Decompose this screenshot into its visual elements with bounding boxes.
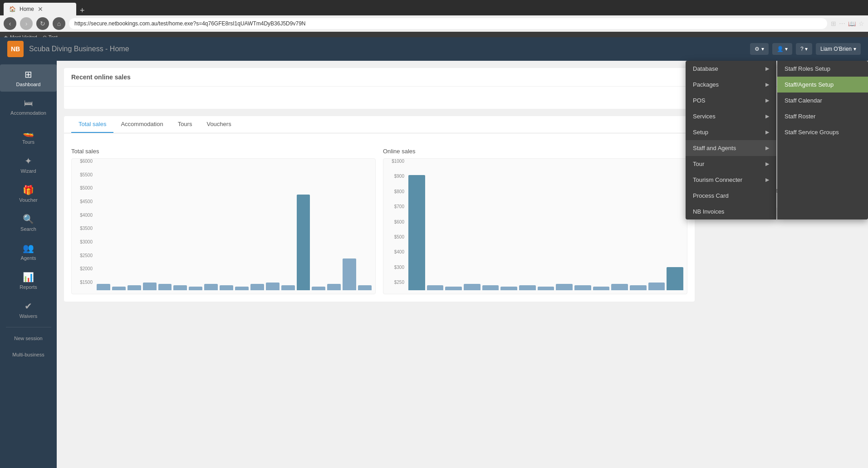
activity-header: Your activity — [702, 68, 861, 87]
main-area: ⊞ Dashboard 🛏 Accommodation 🚤 Tours ✦ Wi… — [0, 61, 868, 468]
browser-actions: ⊞ ⋯ 📖 ☆ — [831, 20, 864, 27]
sidebar-label-agents: Agents — [20, 255, 36, 261]
help-button[interactable]: ? ▾ — [796, 43, 812, 55]
browser-chrome: 🏠 Home ✕ + ‹ › ↻ ⌂ ⊞ ⋯ 📖 ☆ ★ Most Visite… — [0, 0, 868, 37]
sidebar-item-accommodation[interactable]: 🛏 Accommodation — [0, 93, 57, 120]
tab-accommodation[interactable]: Accommodation — [113, 116, 170, 133]
extensions-button[interactable]: ⊞ — [831, 20, 836, 27]
bar-10 — [235, 287, 249, 290]
bar-2 — [112, 287, 126, 290]
user-name: Liam O'Brien — [820, 46, 852, 52]
activity-item-7[interactable]: Tour 4005 — [702, 163, 861, 174]
bar-7 — [189, 287, 202, 290]
voucher-icon: 🎁 — [23, 185, 34, 195]
activity-note: Confirmation emailed to bretth@aucomp.co… — [702, 184, 861, 204]
tab-tours[interactable]: Tours — [171, 116, 200, 133]
sidebar-item-waivers[interactable]: ✔ Waivers — [0, 296, 57, 323]
sidebar-item-voucher[interactable]: 🎁 Voucher — [0, 180, 57, 207]
charts-grid: Total sales $6000 $5500 $5000 $4500 $400… — [71, 148, 687, 294]
activity-list: Tour 4617 Tour 4018 Booking 1229 Booking… — [702, 87, 861, 208]
header-actions: ⚙ ▾ 👤 ▾ ? ▾ Liam O'Brien ▾ — [750, 43, 861, 55]
page-subtitle: - Home — [105, 45, 129, 53]
sidebar-item-agents[interactable]: 👥 Agents — [0, 238, 57, 265]
bar-12 — [266, 283, 280, 290]
activity-card: Your activity Tour 4617 Tour 4018 Bookin… — [702, 68, 861, 208]
total-sales-y-axis: $6000 $5500 $5000 $4500 $4000 $3500 $300… — [72, 159, 94, 285]
home-button[interactable]: ⌂ — [53, 17, 65, 30]
main-content: Recent online sales Total sales Accommod… — [57, 61, 868, 468]
search-icon: 🔍 — [23, 214, 34, 224]
sidebar-item-new-session[interactable]: New session — [0, 331, 57, 346]
tab-close-button[interactable]: ✕ — [38, 5, 43, 13]
sidebar-label-multi-business: Multi-business — [12, 352, 44, 357]
back-button[interactable]: ‹ — [4, 17, 16, 30]
bar-18 — [358, 285, 372, 290]
recent-sales-header: Recent online sales — [64, 68, 695, 87]
sidebar-item-search[interactable]: 🔍 Search — [0, 209, 57, 236]
sidebar-item-dashboard[interactable]: ⊞ Dashboard — [0, 64, 57, 92]
bar-16 — [327, 284, 341, 290]
settings-button[interactable]: ⚙ ▾ — [750, 43, 768, 55]
user-name-button[interactable]: Liam O'Brien ▾ — [816, 43, 861, 55]
recent-sales-content — [64, 87, 695, 101]
tab-total-sales[interactable]: Total sales — [71, 116, 113, 133]
tab-vouchers[interactable]: Vouchers — [199, 116, 238, 133]
user-button[interactable]: 👤 ▾ — [772, 43, 792, 55]
activity-item-8[interactable]: Booking 1050 — [702, 174, 861, 184]
forward-button[interactable]: › — [20, 17, 33, 30]
waivers-icon: ✔ — [25, 301, 32, 312]
online-bar-1 — [408, 175, 425, 290]
sidebar-item-multi-business[interactable]: Multi-business — [0, 347, 57, 362]
app: NB Scuba Diving Business - Home ⚙ ▾ 👤 ▾ … — [0, 37, 868, 468]
right-column: Your activity Tour 4617 Tour 4018 Bookin… — [702, 68, 861, 302]
activity-item-3[interactable]: Booking 1056 — [702, 122, 861, 132]
activity-item-1[interactable]: Tour 4018 — [702, 101, 861, 111]
activity-item-2[interactable]: Booking 1229 — [702, 111, 861, 122]
online-sales-chart-title: Online sales — [383, 148, 687, 155]
bar-14 — [297, 195, 310, 291]
activity-item-6[interactable]: Tour 4008 — [702, 153, 861, 163]
dashboard-icon: ⊞ — [25, 69, 32, 80]
activity-item-0[interactable]: Tour 4617 — [702, 90, 861, 101]
sidebar-label-accommodation: Accommodation — [10, 110, 46, 116]
bar-6 — [173, 285, 187, 290]
bookmark-button[interactable]: ☆ — [858, 20, 864, 27]
sidebar-label-dashboard: Dashboard — [16, 82, 41, 87]
activity-item-4[interactable]: Booking 1055 — [702, 132, 861, 142]
url-input[interactable] — [69, 18, 827, 29]
online-bar-9 — [556, 284, 573, 290]
app-title: Scuba Diving Business - Home — [29, 45, 129, 53]
sidebar-divider — [6, 327, 51, 327]
reload-button[interactable]: ↻ — [36, 17, 49, 30]
agents-icon: 👥 — [23, 243, 34, 253]
sidebar-label-waivers: Waivers — [20, 313, 37, 319]
online-bar-7 — [519, 285, 536, 290]
sidebar-label-tours: Tours — [22, 139, 34, 145]
activity-item-5[interactable]: Tour 4004 — [702, 142, 861, 153]
online-bar-2 — [427, 285, 444, 290]
tab-favicon: 🏠 — [9, 6, 16, 12]
new-tab-button[interactable]: + — [76, 6, 88, 15]
more-button[interactable]: ⋯ — [839, 20, 845, 27]
online-sales-y-axis: $1000 $900 $800 $700 $600 $500 $400 $300 — [383, 159, 406, 285]
online-sales-chart: Online sales $1000 $900 $800 $700 $600 — [383, 148, 687, 294]
tab-title: Home — [20, 6, 34, 12]
online-bar-6 — [500, 287, 517, 290]
active-tab[interactable]: 🏠 Home ✕ — [4, 3, 76, 15]
bar-17 — [343, 258, 356, 291]
bar-11 — [250, 284, 264, 290]
sidebar: ⊞ Dashboard 🛏 Accommodation 🚤 Tours ✦ Wi… — [0, 61, 57, 468]
tours-icon: 🚤 — [23, 127, 34, 137]
stats-card: Total sales Accommodation Tours Vouchers… — [64, 116, 695, 302]
tab-bar: 🏠 Home ✕ + — [0, 0, 868, 15]
online-bar-13 — [630, 285, 647, 290]
reports-icon: 📊 — [23, 272, 34, 283]
total-sales-bars — [97, 162, 372, 290]
sidebar-item-tours[interactable]: 🚤 Tours — [0, 122, 57, 149]
sidebar-item-reports[interactable]: 📊 Reports — [0, 267, 57, 294]
sidebar-label-wizard: Wizard — [20, 168, 36, 174]
sidebar-item-wizard[interactable]: ✦ Wizard — [0, 151, 57, 178]
sidebar-label-voucher: Voucher — [19, 197, 37, 203]
online-bar-15 — [667, 267, 683, 290]
reader-button[interactable]: 📖 — [848, 20, 856, 27]
